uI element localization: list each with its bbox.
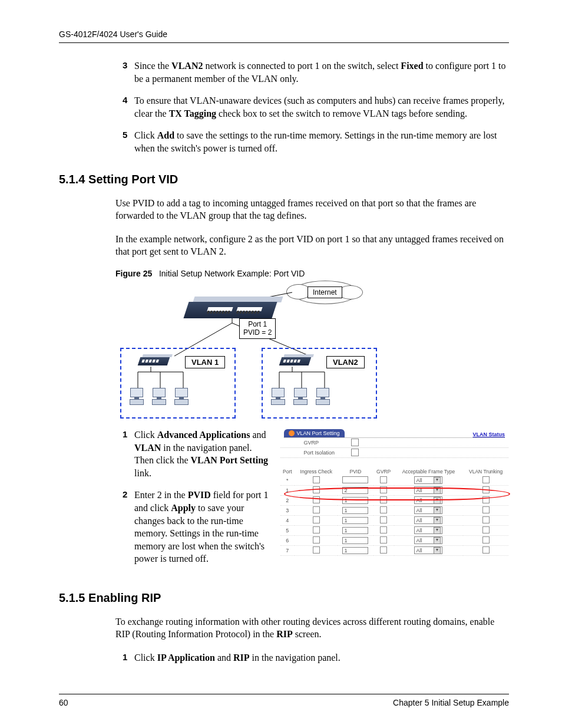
step-number: 5 <box>123 129 127 141</box>
gvrp-checkbox[interactable] <box>351 439 359 446</box>
trunking-checkbox[interactable] <box>482 516 490 523</box>
para-pvid-intro: Use PVID to add a tag to incoming untagg… <box>115 197 509 222</box>
step-2: 2 Enter 2 in the PVID field for port 1 a… <box>124 489 269 565</box>
chevron-down-icon: ▾ <box>434 507 441 514</box>
table-row: 41All▾ <box>280 515 508 525</box>
vlan2-label: VLAN2 <box>326 356 365 368</box>
gvrp-checkbox[interactable] <box>380 546 387 554</box>
gvrp-checkbox[interactable] <box>380 496 387 503</box>
panel-tab[interactable]: VLAN Port Setting <box>284 429 345 437</box>
step-text: Since the VLAN2 network is connected to … <box>134 61 506 84</box>
gvrp-checkbox[interactable] <box>380 506 387 513</box>
cell-port: 1 <box>280 485 295 495</box>
header-rule <box>59 42 509 43</box>
chevron-down-icon: ▾ <box>434 547 441 554</box>
ingress-checkbox[interactable] <box>313 516 320 523</box>
ingress-checkbox[interactable] <box>313 536 320 543</box>
pvid-input[interactable]: 1 <box>342 507 368 514</box>
port-isolation-label: Port Isolation <box>304 450 351 456</box>
switch-icon <box>183 302 277 318</box>
aft-select[interactable]: All▾ <box>414 486 442 494</box>
table-row: 31All▾ <box>280 505 508 515</box>
ingress-checkbox[interactable] <box>313 506 320 513</box>
ingress-checkbox[interactable] <box>313 496 320 503</box>
port-isolation-checkbox[interactable] <box>351 449 359 456</box>
ingress-checkbox[interactable] <box>313 476 320 483</box>
step-text: To ensure that VLAN-unaware devices (suc… <box>134 95 504 118</box>
vlan-port-setting-screenshot: VLAN Port Setting VLAN Status GVRP Port … <box>280 429 509 575</box>
pc-icon <box>316 388 330 404</box>
pvid-input[interactable]: 1 <box>342 537 368 544</box>
gvrp-checkbox[interactable] <box>380 536 387 543</box>
cell-port: 3 <box>280 505 295 515</box>
aft-select[interactable]: All▾ <box>414 536 442 544</box>
col-gvrp: GVRP <box>373 467 394 476</box>
pvid-input[interactable] <box>342 476 368 483</box>
pvid-input[interactable]: 1 <box>342 527 368 534</box>
doc-footer: 60 Chapter 5 Initial Setup Example <box>59 698 509 707</box>
aft-select[interactable]: All▾ <box>414 526 442 534</box>
pvid-input[interactable]: 1 <box>342 547 368 554</box>
pc-icon <box>271 388 285 404</box>
chevron-down-icon: ▾ <box>434 497 441 504</box>
steps-and-screenshot: 1 Click Advanced Applications and VLAN i… <box>124 429 509 575</box>
gvrp-checkbox[interactable] <box>380 476 387 483</box>
figure-25-diagram: Internet Port 1 PVID = 2 VLAN 1 VLAN2 <box>115 281 386 419</box>
vlan1-label: VLAN 1 <box>185 356 225 368</box>
hub-icon <box>138 357 170 365</box>
step-3: 3 Since the VLAN2 network is connected t… <box>124 60 509 85</box>
trunking-checkbox[interactable] <box>482 506 490 513</box>
cell-port: 5 <box>280 525 295 535</box>
para-pvid-example: In the example network, configure 2 as t… <box>115 233 509 258</box>
pvid-input[interactable]: 1 <box>342 497 368 504</box>
aft-select[interactable]: All▾ <box>414 506 442 514</box>
cell-port: * <box>280 476 295 486</box>
chapter-label: Chapter 5 Initial Setup Example <box>393 698 509 707</box>
step-4: 4 To ensure that VLAN-unaware devices (s… <box>124 94 509 120</box>
table-row: 12All▾ <box>280 485 508 495</box>
cell-port: 4 <box>280 515 295 525</box>
col-aft: Acceptable Frame Type <box>394 467 463 476</box>
chevron-down-icon: ▾ <box>434 537 441 544</box>
gvrp-label: GVRP <box>304 440 351 446</box>
heading-5-1-5: 5.1.5 Enabling RIP <box>59 591 509 605</box>
cell-port: 6 <box>280 535 295 545</box>
table-row: 61All▾ <box>280 535 508 545</box>
aft-select[interactable]: All▾ <box>414 496 442 504</box>
table-row: 21All▾ <box>280 495 508 505</box>
pc-icon <box>174 388 189 404</box>
port-isolation-row: Port Isolation <box>280 448 508 458</box>
vlan-status-link[interactable]: VLAN Status <box>472 431 505 437</box>
footer-rule <box>59 694 509 694</box>
chevron-down-icon: ▾ <box>434 517 441 524</box>
ingress-checkbox[interactable] <box>313 526 320 533</box>
cell-port: 2 <box>280 495 295 505</box>
trunking-checkbox[interactable] <box>482 526 490 533</box>
col-trunking: VLAN Trunking <box>463 467 508 476</box>
ingress-checkbox[interactable] <box>313 486 320 493</box>
aft-select[interactable]: All▾ <box>414 516 442 524</box>
trunking-checkbox[interactable] <box>482 536 490 543</box>
aft-select[interactable]: All▾ <box>414 546 442 554</box>
table-row: 71All▾ <box>280 545 508 555</box>
step-text: Click IP Application and RIP in the navi… <box>134 653 340 663</box>
table-row: 51All▾ <box>280 525 508 535</box>
ingress-checkbox[interactable] <box>313 546 320 554</box>
trunking-checkbox[interactable] <box>482 486 490 493</box>
trunking-checkbox[interactable] <box>482 476 490 483</box>
pc-icon <box>293 388 308 404</box>
gvrp-checkbox[interactable] <box>380 516 387 523</box>
aft-select[interactable]: All▾ <box>414 476 442 484</box>
col-ingress: Ingress Check <box>295 467 338 476</box>
tab-dot-icon <box>289 430 295 436</box>
gvrp-checkbox[interactable] <box>380 486 387 493</box>
pvid-input[interactable]: 1 <box>342 517 368 524</box>
gvrp-checkbox[interactable] <box>380 526 387 533</box>
trunking-checkbox[interactable] <box>482 546 490 554</box>
gvrp-row: GVRP <box>280 438 508 448</box>
trunking-checkbox[interactable] <box>482 496 490 503</box>
heading-5-1-4: 5.1.4 Setting Port VID <box>59 173 509 186</box>
step-number: 3 <box>123 60 127 71</box>
step-1: 1 Click Advanced Applications and VLAN i… <box>124 429 269 479</box>
pvid-input[interactable]: 2 <box>342 487 368 494</box>
